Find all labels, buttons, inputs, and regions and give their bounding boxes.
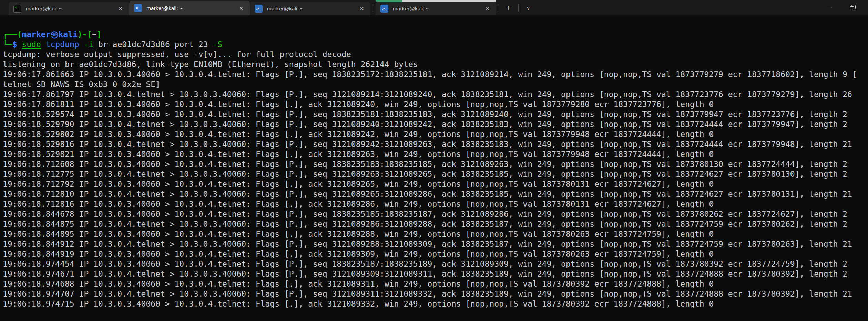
output-line: 19:06:17.861663 IP 10.3.0.3.40060 > 10.3… — [3, 69, 868, 79]
tab-title: marker@kali: ~ — [393, 6, 482, 12]
terminal-tab[interactable]: >_ marker@kali: ~ ✕ — [9, 2, 129, 15]
new-tab-button[interactable]: + — [501, 2, 516, 14]
tab-close-button[interactable]: ✕ — [356, 4, 368, 13]
output-line: 19:06:17.861797 IP 10.3.0.4.telnet > 10.… — [3, 89, 868, 99]
output-line: listening on br-ae01dc7d3d86, link-type … — [3, 60, 868, 69]
output-line: telnet SB NAWS IS 0xb3 0 0x2e SE] — [3, 79, 868, 89]
chevron-down-icon: ∨ — [527, 5, 530, 11]
close-button[interactable]: ✕ — [865, 0, 868, 15]
plus-icon: + — [507, 3, 511, 12]
output-line: 19:06:18.529790 IP 10.3.0.4.telnet > 10.… — [3, 119, 868, 129]
powershell-icon: >_ — [255, 5, 263, 13]
terminal-tab[interactable]: >_ marker@kali: ~ ✕ — [376, 2, 496, 15]
output-line: 19:06:18.712816 IP 10.3.0.3.40060 > 10.3… — [3, 199, 868, 209]
prompt-command-line: └─$ sudo tcpdump -i br-ae01dc7d3d86 port… — [3, 40, 868, 50]
output-line: 19:06:18.844912 IP 10.3.0.4.telnet > 10.… — [3, 239, 868, 249]
prompt-line-1: ┌──(marker㉿kali)-[~] — [3, 30, 868, 40]
output-line: 19:06:18.712775 IP 10.3.0.4.telnet > 10.… — [3, 169, 868, 179]
output-line: 19:06:18.974707 IP 10.3.0.4.telnet > 10.… — [3, 289, 868, 299]
output-line: 19:06:18.844919 IP 10.3.0.3.40060 > 10.3… — [3, 249, 868, 259]
terminal-tab[interactable]: >_ marker@kali: ~ ✕ — [250, 2, 370, 15]
output-line: 19:06:18.974688 IP 10.3.0.3.40060 > 10.3… — [3, 279, 868, 289]
title-bar: >_ marker@kali: ~ ✕ >_ marker@kali: ~ ✕ … — [0, 0, 868, 15]
tab-progress-indicator — [376, 0, 496, 2]
output-line: 19:06:18.529802 IP 10.3.0.3.40060 > 10.3… — [3, 129, 868, 139]
window-controls: ✕ — [818, 0, 868, 15]
output-line: 19:06:18.529574 IP 10.3.0.3.40060 > 10.3… — [3, 109, 868, 119]
output-line: 19:06:18.974454 IP 10.3.0.3.40060 > 10.3… — [3, 259, 868, 269]
tab-strip: >_ marker@kali: ~ ✕ >_ marker@kali: ~ ✕ … — [0, 0, 496, 15]
output-line: 19:06:18.712792 IP 10.3.0.3.40060 > 10.3… — [3, 179, 868, 189]
minimize-icon — [827, 8, 832, 8]
output-line: 19:06:18.712810 IP 10.3.0.4.telnet > 10.… — [3, 189, 868, 199]
toolbar-separator — [499, 4, 499, 12]
tab-title: marker@kali: ~ — [26, 6, 115, 12]
output-line: 19:06:18.974671 IP 10.3.0.4.telnet > 10.… — [3, 269, 868, 279]
restore-icon — [850, 5, 856, 11]
terminal-output: tcpdump: verbose output suppressed, use … — [3, 50, 868, 309]
terminal-viewport[interactable]: ┌──(marker㉿kali)-[~] └─$ sudo tcpdump -i… — [0, 15, 868, 321]
linux-terminal-icon: >_ — [13, 5, 21, 13]
tab-separator — [373, 4, 373, 12]
restore-button[interactable] — [841, 0, 865, 15]
output-line: 19:06:18.529821 IP 10.3.0.3.40060 > 10.3… — [3, 149, 868, 159]
powershell-icon: >_ — [134, 4, 142, 12]
tab-close-button[interactable]: ✕ — [115, 4, 126, 13]
output-line: 19:06:18.974715 IP 10.3.0.3.40060 > 10.3… — [3, 299, 868, 309]
minimize-button[interactable] — [818, 0, 841, 15]
output-line: 19:06:18.844678 IP 10.3.0.3.40060 > 10.3… — [3, 209, 868, 219]
terminal-tab[interactable]: >_ marker@kali: ~ ✕ — [129, 1, 250, 15]
output-line: 19:06:18.844875 IP 10.3.0.4.telnet > 10.… — [3, 219, 868, 229]
output-line: 19:06:18.712608 IP 10.3.0.3.40060 > 10.3… — [3, 159, 868, 169]
output-line: 19:06:18.844895 IP 10.3.0.3.40060 > 10.3… — [3, 229, 868, 239]
tab-close-button[interactable]: ✕ — [235, 3, 247, 13]
tab-dropdown-button[interactable]: ∨ — [521, 2, 535, 14]
toolbar-separator — [518, 4, 519, 12]
tab-title: marker@kali: ~ — [146, 5, 235, 11]
output-line: 19:06:18.529816 IP 10.3.0.4.telnet > 10.… — [3, 139, 868, 149]
output-line: tcpdump: verbose output suppressed, use … — [3, 50, 868, 60]
powershell-icon: >_ — [380, 5, 388, 13]
tab-title: marker@kali: ~ — [267, 6, 356, 12]
output-line: 19:06:17.861811 IP 10.3.0.3.40060 > 10.3… — [3, 99, 868, 109]
tab-close-button[interactable]: ✕ — [482, 4, 493, 13]
